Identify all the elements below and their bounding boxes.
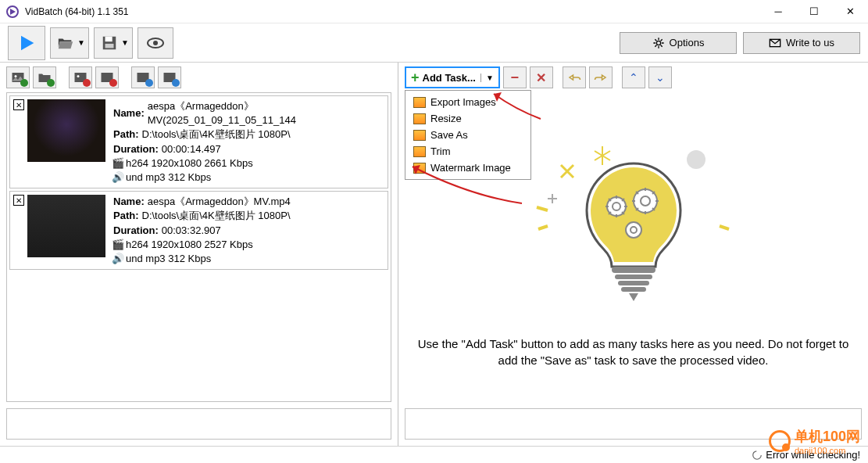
menu-save-as[interactable]: Save As — [407, 127, 529, 143]
svg-line-17 — [537, 207, 548, 210]
window-title: VidBatch (64-bit) 1.1 351 — [25, 6, 129, 17]
open-button[interactable]: ▼ — [50, 27, 89, 59]
task-icon — [413, 146, 426, 157]
remove-task-button[interactable]: − — [503, 66, 527, 88]
video-icon: 🎬 — [113, 240, 123, 249]
titlebar: VidBatch (64-bit) 1.1 351 ─ ☐ ✕ — [0, 0, 868, 23]
file-duration: 00:00:14.497 — [162, 142, 221, 156]
x-icon: ✕ — [536, 70, 546, 85]
remove-image-button[interactable] — [69, 66, 92, 88]
chevron-down-icon: ▼ — [121, 38, 129, 47]
watermark: 单机100网 danji100.com — [769, 427, 860, 455]
path-label: Path: — [113, 209, 139, 223]
remove-file-button[interactable]: ✕ — [13, 195, 24, 206]
svg-point-45 — [753, 450, 762, 459]
video-icon: 🎬 — [113, 159, 123, 168]
add-task-label: Add Task... — [423, 72, 476, 84]
options-label: Options — [670, 37, 705, 48]
file-path: D:\tools\桌面\4K壁纸图片 1080P\ — [142, 127, 291, 142]
add-task-menu: Export Images Resize Save As Trim Waterm… — [405, 90, 531, 180]
svg-point-15 — [687, 150, 705, 169]
undo-button[interactable] — [563, 66, 586, 88]
add-task-button[interactable]: + Add Task... ▼ — [405, 66, 500, 88]
write-to-us-button[interactable]: Write to us — [743, 32, 860, 54]
svg-rect-41 — [612, 267, 655, 273]
move-down-button[interactable]: ⌄ — [648, 66, 672, 88]
chevron-up-icon: ⌃ — [629, 71, 638, 84]
file-item[interactable]: ✕ Name: aespa《Armageddon》MV.mp4 Path: D:… — [9, 191, 388, 270]
file-name: aespa《Armageddon》MV.mp4 — [148, 195, 291, 209]
name-label: Name: — [113, 106, 145, 120]
file-name: aespa《Armageddon》MV(2025_01_09_11_05_11_… — [148, 99, 384, 127]
folder-open-icon — [57, 34, 74, 52]
svg-point-5 — [153, 41, 158, 45]
loading-icon — [752, 450, 763, 461]
status-bar: Error while checking! — [0, 446, 868, 463]
gear-icon — [652, 37, 665, 49]
svg-point-39 — [626, 222, 641, 238]
task-icon — [413, 130, 426, 141]
maximize-button[interactable]: ☐ — [796, 0, 832, 23]
left-pane: ✕ Name: aespa《Armageddon》MV(2025_01_09_1… — [0, 63, 398, 446]
svg-rect-2 — [105, 36, 112, 41]
path-label: Path: — [113, 127, 139, 142]
remove-file-button[interactable]: ✕ — [13, 99, 24, 110]
clear-all-button[interactable] — [95, 66, 119, 88]
eye-icon — [146, 34, 165, 52]
save-icon — [101, 34, 118, 52]
menu-export-images[interactable]: Export Images — [407, 94, 529, 110]
main-toolbar: ▼ ▼ Options Write to us — [0, 23, 868, 63]
chevron-down-icon: ▼ — [77, 38, 85, 47]
options-button[interactable]: Options — [620, 32, 737, 54]
task-icon — [413, 97, 426, 108]
menu-resize[interactable]: Resize — [407, 110, 529, 127]
refresh-button[interactable] — [131, 66, 155, 88]
save-button[interactable]: ▼ — [94, 27, 133, 59]
watermark-text: 单机100网 — [795, 427, 860, 446]
plus-icon: + — [411, 70, 420, 86]
write-label: Write to us — [786, 37, 834, 48]
svg-rect-43 — [618, 281, 649, 285]
close-button[interactable]: ✕ — [832, 0, 868, 23]
undo-icon — [567, 70, 581, 84]
hint-text: Use the "Add Task" button to add as many… — [414, 336, 852, 368]
bottom-panel — [6, 408, 391, 440]
menu-watermark-image[interactable]: Watermark Image — [407, 160, 529, 176]
thumbnail — [27, 195, 105, 257]
app-icon — [6, 5, 19, 18]
svg-line-16 — [538, 226, 548, 229]
menu-trim[interactable]: Trim — [407, 143, 529, 160]
add-image-button[interactable] — [6, 66, 30, 88]
file-toolbar — [0, 63, 398, 92]
info-button[interactable] — [158, 66, 181, 88]
svg-rect-42 — [615, 275, 652, 279]
delete-task-button[interactable]: ✕ — [530, 66, 553, 88]
thumbnail — [27, 99, 105, 162]
audio-info: und mp3 312 Kbps — [126, 252, 211, 266]
play-button[interactable] — [8, 26, 45, 60]
task-toolbar: + Add Task... ▼ − ✕ ⌃ ⌄ Export Images Re… — [398, 63, 868, 92]
file-path: D:\tools\桌面\4K壁纸图片 1080P\ — [142, 209, 291, 223]
svg-rect-3 — [105, 43, 113, 47]
name-label: Name: — [113, 195, 145, 209]
audio-icon: 🔊 — [113, 173, 123, 182]
task-icon — [413, 163, 426, 174]
file-item[interactable]: ✕ Name: aespa《Armageddon》MV(2025_01_09_1… — [9, 95, 388, 188]
file-duration: 00:03:32.907 — [162, 224, 221, 238]
redo-button[interactable] — [589, 66, 613, 88]
minus-icon: − — [511, 70, 520, 86]
move-up-button[interactable]: ⌃ — [622, 66, 645, 88]
file-list: ✕ Name: aespa《Armageddon》MV(2025_01_09_1… — [6, 92, 391, 402]
add-folder-button[interactable] — [33, 66, 56, 88]
svg-rect-44 — [621, 287, 646, 292]
watermark-url: danji100.com — [795, 446, 860, 455]
video-info: h264 1920x1080 2661 Kbps — [126, 156, 253, 170]
preview-button[interactable] — [138, 27, 173, 59]
audio-info: und mp3 312 Kbps — [126, 170, 211, 185]
duration-label: Duration: — [113, 142, 159, 156]
svg-point-6 — [656, 41, 660, 45]
minimize-button[interactable]: ─ — [760, 0, 796, 23]
svg-point-11 — [77, 75, 80, 77]
svg-point-9 — [15, 75, 17, 77]
chevron-down-icon: ▼ — [480, 74, 494, 82]
